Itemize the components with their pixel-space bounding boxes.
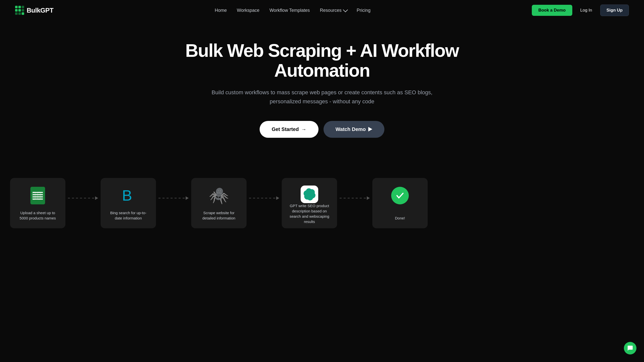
- book-demo-button[interactable]: Book a Demo: [532, 5, 572, 16]
- nav-actions: Book a Demo Log In Sign Up: [532, 5, 629, 16]
- login-button[interactable]: Log In: [576, 5, 596, 16]
- logo-icon: [15, 6, 24, 15]
- spider-emoji: 🕷️: [209, 186, 229, 205]
- hero-title: Bulk Web Scraping + AI Workflow Automati…: [158, 41, 486, 80]
- arrow-head-3: [276, 196, 279, 200]
- card-icon-done: [390, 186, 410, 206]
- hero-section: Bulk Web Scraping + AI Workflow Automati…: [0, 21, 644, 173]
- card-label-gpt-write: GPT write SEO product description based …: [288, 203, 331, 224]
- nav-links: Home Workspace Workflow Templates Resour…: [215, 8, 370, 13]
- logo-dot-5: [18, 9, 21, 12]
- watch-demo-button[interactable]: Watch Demo: [324, 121, 384, 138]
- logo-dot-6: [22, 9, 24, 12]
- nav-link-home[interactable]: Home: [215, 8, 227, 13]
- logo-dot-9: [22, 12, 24, 15]
- navbar: BulkGPT Home Workspace Workflow Template…: [0, 0, 644, 21]
- workflow-card-scrape-website: 🕷️ Scrape website for detailed informati…: [191, 178, 247, 228]
- workflow-cards: Upload a sheet up to 5000 products names…: [0, 178, 644, 228]
- dashed-arrow-4: [340, 196, 370, 210]
- logo-text: BulkGPT: [27, 7, 53, 14]
- card-label-done: Done!: [395, 215, 405, 221]
- card-icon-chatgpt: [299, 186, 319, 203]
- workflow-section: Upload a sheet up to 5000 products names…: [0, 173, 644, 243]
- nav-item-workflow-templates[interactable]: Workflow Templates: [269, 8, 310, 13]
- dashed-line-1: [68, 198, 95, 198]
- logo-dot-1: [15, 6, 18, 8]
- get-started-button[interactable]: Get Started →: [260, 121, 318, 138]
- card-icon-bing: B: [118, 186, 138, 206]
- dashed-line-2: [158, 198, 186, 198]
- nav-link-pricing[interactable]: Pricing: [357, 8, 371, 13]
- card-icon-spider: 🕷️: [209, 186, 229, 206]
- nav-link-workflow-templates[interactable]: Workflow Templates: [269, 8, 310, 13]
- nav-item-home[interactable]: Home: [215, 8, 227, 13]
- chevron-down-icon: [343, 7, 348, 12]
- logo-dot-8: [18, 12, 21, 15]
- hero-subtitle: Build custom workflows to mass scrape we…: [209, 88, 435, 106]
- chat-icon: [627, 345, 633, 351]
- logo-dot-3: [22, 6, 24, 8]
- workflow-card-gpt-write: GPT write SEO product description based …: [282, 178, 337, 228]
- arrow-head-2: [186, 196, 189, 200]
- nav-item-resources[interactable]: Resources: [320, 8, 347, 13]
- arrow-right-icon: →: [301, 126, 306, 132]
- hero-buttons: Get Started → Watch Demo: [15, 121, 629, 138]
- dashed-line-4: [340, 198, 367, 198]
- dashed-line-3: [249, 198, 276, 198]
- signup-button[interactable]: Sign Up: [600, 5, 629, 16]
- nav-link-resources[interactable]: Resources: [320, 8, 347, 13]
- card-label-upload-sheet: Upload a sheet up to 5000 products names: [16, 210, 59, 221]
- play-icon: [368, 127, 372, 131]
- card-label-bing-search: Bing search for up-to-date information: [107, 210, 150, 221]
- logo[interactable]: BulkGPT: [15, 6, 53, 15]
- dashed-arrow-1: [68, 196, 98, 210]
- logo-dot-7: [15, 12, 18, 15]
- arrow-head-1: [95, 196, 98, 200]
- logo-dot-4: [15, 9, 18, 12]
- workflow-card-done: Done!: [372, 178, 428, 228]
- card-label-scrape-website: Scrape website for detailed information: [197, 210, 240, 221]
- dashed-arrow-3: [249, 196, 279, 210]
- done-checkmark: [391, 187, 409, 204]
- nav-item-workspace[interactable]: Workspace: [237, 8, 260, 13]
- nav-link-workspace[interactable]: Workspace: [237, 8, 260, 13]
- dashed-arrow-2: [158, 196, 189, 210]
- logo-dot-2: [18, 6, 21, 8]
- svg-text:B: B: [122, 187, 132, 204]
- chatgpt-logo: [301, 186, 318, 203]
- workflow-card-bing-search: B Bing search for up-to-date information: [101, 178, 156, 228]
- workflow-card-upload-sheet: Upload a sheet up to 5000 products names: [10, 178, 65, 228]
- chat-support-button[interactable]: [624, 342, 636, 354]
- card-icon-sheets: [28, 186, 48, 206]
- nav-item-pricing[interactable]: Pricing: [357, 8, 371, 13]
- arrow-head-4: [367, 196, 370, 200]
